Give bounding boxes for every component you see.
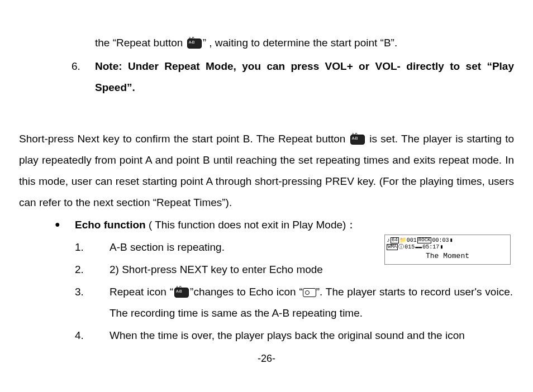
bitrate-box: 64 (391, 237, 399, 243)
mp3-song-title: The Moment (387, 252, 508, 260)
para-pre: Short-press Next key to confirm the star… (19, 133, 349, 145)
eq-box: ROCK (417, 237, 432, 243)
sub-num: 1. (75, 237, 110, 258)
list-number: 6. (72, 56, 95, 98)
info-icon: ⓘ (398, 245, 404, 250)
sublist-item-3: 3. Repeat icon “”changes to Echo icon “”… (75, 281, 516, 324)
echo-icon (303, 288, 316, 297)
folder-icon: 📁 (399, 238, 406, 243)
echo-title: Echo function (75, 219, 146, 231)
repeat-ab-icon (350, 135, 365, 145)
sub-text: Repeat icon “”changes to Echo icon “”. T… (110, 281, 516, 324)
t3-a: Repeat icon “ (110, 286, 173, 298)
cont-post: ” , waiting to determine the start point… (203, 37, 398, 49)
page-number: -26- (0, 348, 533, 369)
list-item-6: 6. Note: Under Repeat Mode, you can pres… (72, 56, 516, 98)
track-num: 001 (407, 238, 417, 243)
time2: 05:17 (422, 245, 439, 250)
bullet-mark: ● (55, 214, 75, 236)
mp3-status-line1: ♪ 64 📁001 ROCK00:03 ▮ (387, 237, 508, 243)
time1: 00:03 (432, 238, 449, 243)
total-tracks: 015 (404, 245, 415, 250)
mp3-player-display: ♪ 64 📁001 ROCK00:03 ▮ WMA ⓘ015 ▬▬05:17 ▮… (384, 235, 511, 265)
repeat-ab-icon (174, 288, 189, 298)
sub-num: 4. (75, 325, 110, 346)
music-note-icon: ♪ (387, 238, 390, 243)
repeat-ab-icon (187, 39, 202, 49)
battery-icon: ▮ (440, 245, 443, 250)
bullet-text: Echo function ( This function does not e… (75, 214, 356, 236)
cont-pre: the “Repeat button (95, 37, 186, 49)
continuation-line: the “Repeat button ” , waiting to determ… (95, 32, 516, 54)
echo-bullet: ● Echo function ( This function does not… (55, 214, 516, 236)
sub-num: 3. (75, 281, 110, 324)
progress-bar: ▬▬ (415, 245, 422, 250)
echo-rest: ( This function does not exit in Play Mo… (146, 219, 357, 231)
fmt-box: WMA (387, 244, 398, 250)
t3-b: ”changes to Echo icon “ (190, 286, 303, 298)
sublist-item-4: 4. When the time is over, the player pla… (75, 325, 516, 346)
mp3-status-line2: WMA ⓘ015 ▬▬05:17 ▮ (387, 244, 508, 250)
main-paragraph: Short-press Next key to confirm the star… (17, 128, 516, 213)
sub-text: When the time is over, the player plays … (110, 325, 516, 346)
sub-num: 2. (75, 259, 110, 280)
note-text: Note: Under Repeat Mode, you can press V… (95, 56, 516, 98)
battery-icon: ▮ (449, 238, 453, 243)
